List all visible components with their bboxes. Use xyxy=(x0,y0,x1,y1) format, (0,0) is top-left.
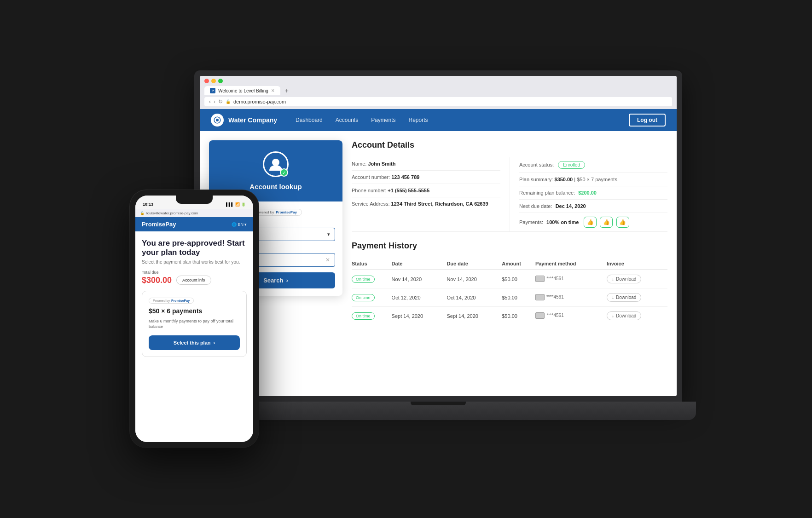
on-time-badge: On time xyxy=(352,312,375,320)
water-drop-icon xyxy=(213,116,221,124)
globe-icon: 🌐 xyxy=(232,222,237,227)
thumbs-up-3[interactable]: 👍 xyxy=(616,217,629,228)
laptop: P Welcome to Level Billing ✕ + ‹ › ↻ 🔒 d… xyxy=(194,70,682,420)
remaining-label: Remaining plan balance: xyxy=(519,190,575,196)
table-body: On time Nov 14, 2020 Nov 14, 2020 $50.00… xyxy=(352,270,667,325)
tab-close-icon[interactable]: ✕ xyxy=(271,88,275,93)
mobile-total-row: $300.00 Account info xyxy=(142,276,247,285)
browser-tab-bar: P Welcome to Level Billing ✕ + xyxy=(204,86,672,95)
card-chip-icon xyxy=(535,294,545,300)
download-button[interactable]: ↓ Download xyxy=(607,293,641,302)
payment-history-title: Payment History xyxy=(352,241,667,251)
nav-accounts[interactable]: Accounts xyxy=(336,117,358,123)
scene: P Welcome to Level Billing ✕ + ‹ › ↻ 🔒 d… xyxy=(130,70,682,448)
app-header: Water Company Dashboard Accounts Payment… xyxy=(200,109,677,131)
row-status: On time xyxy=(352,288,392,307)
plan-summary-label: Plan summary: xyxy=(519,177,553,182)
next-due-row: Next due date: Dec 14, 2020 xyxy=(519,200,667,213)
wifi-icon: 📶 xyxy=(235,202,240,207)
back-button[interactable]: ‹ xyxy=(209,98,211,105)
check-icon: ✓ xyxy=(280,168,288,177)
close-dot[interactable] xyxy=(204,79,209,83)
mobile-total-amount: $300.00 xyxy=(142,276,172,285)
logout-button[interactable]: Log out xyxy=(629,114,666,127)
row-amount: $50.00 xyxy=(502,307,535,325)
row-invoice: ↓ Download xyxy=(607,307,667,325)
mobile-select-plan-button[interactable]: Select this plan › xyxy=(149,335,240,350)
mobile-plan-powered: Powered by PromisePay xyxy=(149,298,194,304)
brand-name: Water Company xyxy=(228,116,277,124)
nav-reports[interactable]: Reports xyxy=(409,117,428,123)
download-icon: ↓ xyxy=(612,276,614,282)
mobile-total-section: Total due $300.00 Account info xyxy=(142,270,247,285)
payments-row: Payments: 100% on time 👍 👍 👍 xyxy=(519,213,667,231)
thumbs-up-2[interactable]: 👍 xyxy=(600,217,613,228)
mobile-hero-title: You are pre-approved! Start your plan to… xyxy=(142,239,247,258)
new-tab-button[interactable]: + xyxy=(282,87,291,94)
next-due-label: Next due date: xyxy=(519,203,552,209)
signal-icon: ▌▌▌ xyxy=(226,202,234,207)
app-content: ✓ Account lookup Powered by PromisePay S… xyxy=(200,131,677,396)
payment-history-table: Status Date Due date Amount Payment meth… xyxy=(352,258,667,325)
brand: Water Company xyxy=(211,114,277,127)
brand-logo xyxy=(211,114,224,127)
nav-links: Dashboard Accounts Payments Reports xyxy=(296,117,620,123)
nav-payments[interactable]: Payments xyxy=(371,117,395,123)
status-row: Account status: Enrolled xyxy=(519,157,667,173)
lookup-title: Account lookup xyxy=(249,183,302,190)
mobile-frame: 10:13 ▌▌▌ 📶 🔋 🔒 louisvillewater.promise-… xyxy=(130,190,259,448)
table-header: Status Date Due date Amount Payment meth… xyxy=(352,258,667,270)
forward-button[interactable]: › xyxy=(214,98,215,105)
select-plan-label: Select this plan xyxy=(174,340,211,345)
payments-label: Payments: xyxy=(519,219,543,225)
download-button[interactable]: ↓ Download xyxy=(607,275,641,283)
mobile-device: 10:13 ▌▌▌ 📶 🔋 🔒 louisvillewater.promise-… xyxy=(130,190,259,448)
clear-icon[interactable]: ✕ xyxy=(325,257,330,263)
account-number-detail-value: 123 456 789 xyxy=(391,174,419,180)
browser-dots xyxy=(204,79,672,83)
row-amount: $50.00 xyxy=(502,270,535,288)
laptop-screen: P Welcome to Level Billing ✕ + ‹ › ↻ 🔒 d… xyxy=(200,76,677,396)
on-time-badge: On time xyxy=(352,294,375,301)
address-label: Service Address: xyxy=(352,201,390,207)
account-number-detail-label: Account number: xyxy=(352,174,390,180)
account-number-row: Account number: 123 456 789 xyxy=(352,171,500,184)
phone-row: Phone number: +1 (555) 555-5555 xyxy=(352,184,500,197)
download-icon: ↓ xyxy=(612,313,614,318)
svg-point-1 xyxy=(272,159,279,166)
card-chip-icon xyxy=(535,276,545,282)
minimize-dot[interactable] xyxy=(211,79,216,83)
browser-chrome: P Welcome to Level Billing ✕ + ‹ › ↻ 🔒 d… xyxy=(200,76,677,109)
row-payment-method: ****4561 xyxy=(535,307,607,325)
row-payment-method: ****4561 xyxy=(535,288,607,307)
mobile-signals: ▌▌▌ 📶 🔋 xyxy=(226,202,246,207)
mobile-powered-brand: PromisePay xyxy=(171,299,190,302)
thumbs-up-1[interactable]: 👍 xyxy=(584,217,597,228)
nav-dashboard[interactable]: Dashboard xyxy=(296,117,323,123)
lock-icon: 🔒 xyxy=(226,99,231,104)
row-due-date: Sept 14, 2020 xyxy=(447,307,502,325)
powered-brand: PromisePay xyxy=(276,210,297,214)
mobile-lang[interactable]: 🌐 EN ▾ xyxy=(232,222,247,227)
maximize-dot[interactable] xyxy=(218,79,223,83)
mobile-hero: You are pre-approved! Start your plan to… xyxy=(142,239,247,265)
browser-tab[interactable]: P Welcome to Level Billing ✕ xyxy=(204,86,280,95)
download-button[interactable]: ↓ Download xyxy=(607,311,641,320)
row-payment-method: ****4561 xyxy=(535,270,607,288)
chevron-down-icon: ▾ xyxy=(327,231,330,237)
reload-button[interactable]: ↻ xyxy=(218,98,223,105)
mobile-account-info-button[interactable]: Account info xyxy=(176,276,211,285)
row-amount: $50.00 xyxy=(502,288,535,307)
search-label: Search xyxy=(263,277,283,284)
arrow-right-icon: › xyxy=(286,277,288,284)
col-status: Status xyxy=(352,258,392,270)
name-value: John Smith xyxy=(368,161,395,167)
row-date: Nov 14, 2020 xyxy=(392,270,447,288)
phone-value: +1 (555) 555-5555 xyxy=(388,188,429,193)
mobile-screen: 10:13 ▌▌▌ 📶 🔋 🔒 louisvillewater.promise-… xyxy=(135,196,253,442)
laptop-body: P Welcome to Level Billing ✕ + ‹ › ↻ 🔒 d… xyxy=(194,70,682,402)
address-bar[interactable]: ‹ › ↻ 🔒 demo.promise-pay.com xyxy=(204,97,672,106)
mobile-notch xyxy=(176,196,213,204)
mobile-total-label: Total due xyxy=(142,270,247,275)
mobile-url-bar: 🔒 louisvillewater.promise-pay.com xyxy=(135,209,253,217)
